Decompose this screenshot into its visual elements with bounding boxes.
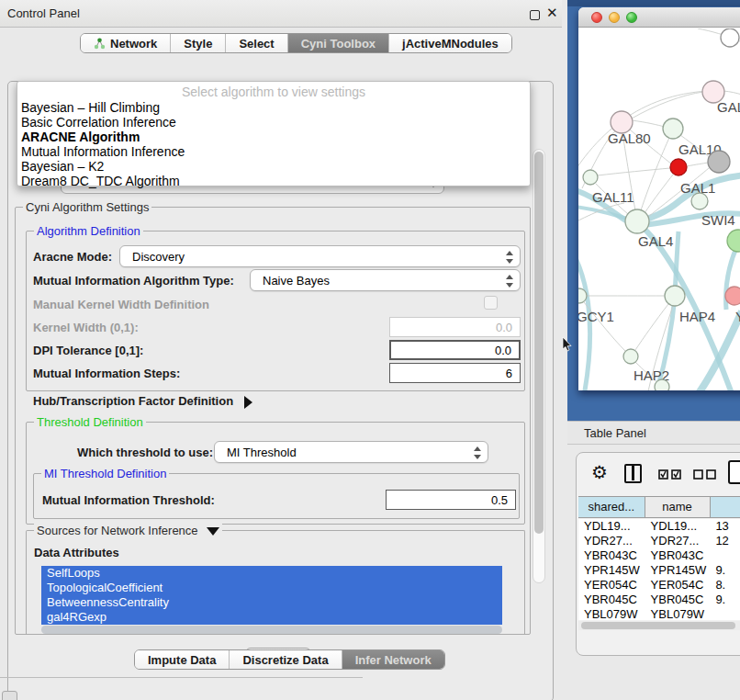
table-row[interactable]: YBR045CYBR045C9. <box>578 593 740 607</box>
gear-icon[interactable]: ⚙ <box>591 462 608 482</box>
network-edge[interactable] <box>632 92 703 119</box>
network-edge[interactable] <box>598 168 670 175</box>
network-node-gal11[interactable] <box>583 170 598 185</box>
dpi-tolerance-field[interactable]: 0.0 <box>389 340 521 360</box>
tab-label: Discretize Data <box>242 653 328 667</box>
mi-type-label: Mutual Information Algorithm Type: <box>33 274 234 288</box>
node-label: SWI4 <box>701 212 735 228</box>
table-cell: YBL079W <box>645 607 711 620</box>
mi-type-combobox[interactable]: Naive Bayes <box>250 269 521 291</box>
network-edge[interactable] <box>632 120 665 127</box>
dpi-tolerance-label: DPI Tolerance [0,1]: <box>33 344 143 357</box>
sources-title: Sources for Network Inference <box>37 524 198 537</box>
scrollbar-thumb[interactable] <box>534 152 544 534</box>
network-edge[interactable] <box>687 163 708 166</box>
manual-kernel-checkbox[interactable] <box>484 296 498 310</box>
tab-label: jActiveMNodules <box>402 37 499 51</box>
combo-arrows-icon <box>505 274 513 288</box>
mouse-cursor <box>562 336 573 353</box>
mi-steps-field[interactable]: 6 <box>389 363 521 383</box>
algorithm-option[interactable]: Dream8 DC_TDC Algorithm <box>19 174 530 188</box>
tab-infer-network[interactable]: Infer Network <box>342 650 444 669</box>
table-row[interactable]: YPR145WYPR145W9. <box>578 563 740 578</box>
network-node[interactable] <box>708 151 730 173</box>
network-node-y[interactable] <box>725 287 740 305</box>
table-header-row: shared...name <box>578 496 740 518</box>
manual-kernel-label: Manual Kernel Width Definition <box>33 298 209 311</box>
close-traffic-light-icon[interactable] <box>591 12 602 23</box>
scrollbar-thumb[interactable] <box>41 626 502 634</box>
tab-discretize-data[interactable]: Discretize Data <box>230 650 342 669</box>
attribute-list-item[interactable]: BetweennessCentrality <box>41 595 502 610</box>
table-row[interactable]: YDR27...YDR27...12 <box>578 534 740 548</box>
sources-expander[interactable]: Sources for Network Inference <box>34 524 222 537</box>
settings-vertical-scrollbar[interactable] <box>533 149 545 583</box>
table-cell: 13 <box>710 519 740 534</box>
attribute-list-item[interactable]: SelfLoops <box>41 566 502 581</box>
columns-icon[interactable] <box>624 464 642 483</box>
mi-threshold-field[interactable]: 0.5 <box>386 490 516 510</box>
algorithm-option[interactable]: Bayesian – Hill Climbing <box>19 100 530 115</box>
column-header[interactable]: name <box>645 497 711 517</box>
table-cell: YDR27... <box>645 534 711 548</box>
table-row[interactable]: YER054CYER054C8. <box>578 578 740 593</box>
float-icon[interactable] <box>530 10 540 20</box>
network-node-hap4[interactable] <box>665 286 685 306</box>
network-edge[interactable] <box>641 138 669 210</box>
tab-cyni-toolbox[interactable]: Cyni Toolbox <box>288 34 389 52</box>
mi-threshold-value: 0.5 <box>491 493 508 507</box>
table-cell: YER054C <box>645 578 711 593</box>
network-canvas[interactable]: GALGAL80GAL10GAL1GAL11SWI4GAL4GCY1HAP4YH… <box>578 28 740 390</box>
mi-type-value: Naive Bayes <box>263 274 330 288</box>
scrollbar-thumb[interactable] <box>581 622 735 629</box>
network-edge[interactable] <box>635 304 668 350</box>
table-cell: 9. <box>710 563 740 578</box>
mi-threshold-label: Mutual Information Threshold: <box>42 493 215 507</box>
tab-impute-data[interactable]: Impute Data <box>135 650 230 669</box>
tab-style[interactable]: Style <box>171 34 226 52</box>
table-cell: YPR145W <box>645 563 711 578</box>
column-header[interactable]: shared... <box>578 497 645 517</box>
algorithm-option[interactable]: Basic Correlation Inference <box>19 115 530 130</box>
tab-jactivemnodules[interactable]: jActiveMNodules <box>389 34 511 52</box>
column-header[interactable] <box>711 497 740 517</box>
table-row[interactable]: YBR043CYBR043C <box>578 548 740 563</box>
table-row[interactable]: YDL19...YDL19...13 <box>578 519 740 534</box>
attributes-horizontal-scrollbar[interactable] <box>41 626 502 634</box>
table-row[interactable]: YBL079WYBL079W <box>578 607 740 620</box>
table-cell: YBR045C <box>645 593 711 607</box>
network-node-gal4[interactable] <box>625 209 649 233</box>
zoom-traffic-light-icon[interactable] <box>626 12 637 23</box>
which-threshold-combobox[interactable]: MI Threshold <box>214 441 488 463</box>
algorithm-option[interactable]: ARACNE Algorithm <box>19 130 530 144</box>
control-panel: Network Style Select Cyni Toolbox jActiv… <box>0 28 562 700</box>
network-node-swi4[interactable] <box>691 193 708 209</box>
network-icon <box>94 38 106 50</box>
hub-definition-expander[interactable]: Hub/Transcription Factor Definition <box>33 394 252 409</box>
network-node-hap2[interactable] <box>623 349 638 364</box>
algorithm-option[interactable]: Mutual Information Inference <box>19 144 530 159</box>
network-node[interactable] <box>655 379 669 390</box>
table-cell: YDR27... <box>578 534 645 548</box>
tab-select[interactable]: Select <box>226 34 287 52</box>
attribute-list-item[interactable]: TopologicalCoefficient <box>41 581 502 595</box>
table-cell: 8. <box>710 578 740 593</box>
table-cell: YDL19... <box>645 519 711 534</box>
network-node-gal10[interactable] <box>663 119 683 139</box>
network-node[interactable] <box>727 230 740 252</box>
aracne-mode-combobox[interactable]: Discovery <box>119 245 521 267</box>
bottom-left-grip[interactable] <box>2 691 17 700</box>
table-toolbar: ⚙ <box>577 453 740 495</box>
tab-network[interactable]: Network <box>81 34 171 52</box>
table-horizontal-scrollbar[interactable] <box>578 621 740 630</box>
minimize-traffic-light-icon[interactable] <box>609 12 620 23</box>
algorithm-option[interactable]: Bayesian – K2 <box>19 159 530 174</box>
network-node[interactable] <box>721 28 739 47</box>
close-icon[interactable]: ✕ <box>546 5 558 21</box>
deselect-all-icon[interactable] <box>693 469 717 480</box>
network-window-titlebar[interactable] <box>578 7 740 28</box>
attribute-list-item[interactable]: gal4RGexp <box>41 610 502 625</box>
import-table-icon[interactable] <box>728 460 740 484</box>
network-node-gal1[interactable] <box>670 159 687 175</box>
select-all-icon[interactable] <box>658 469 682 480</box>
